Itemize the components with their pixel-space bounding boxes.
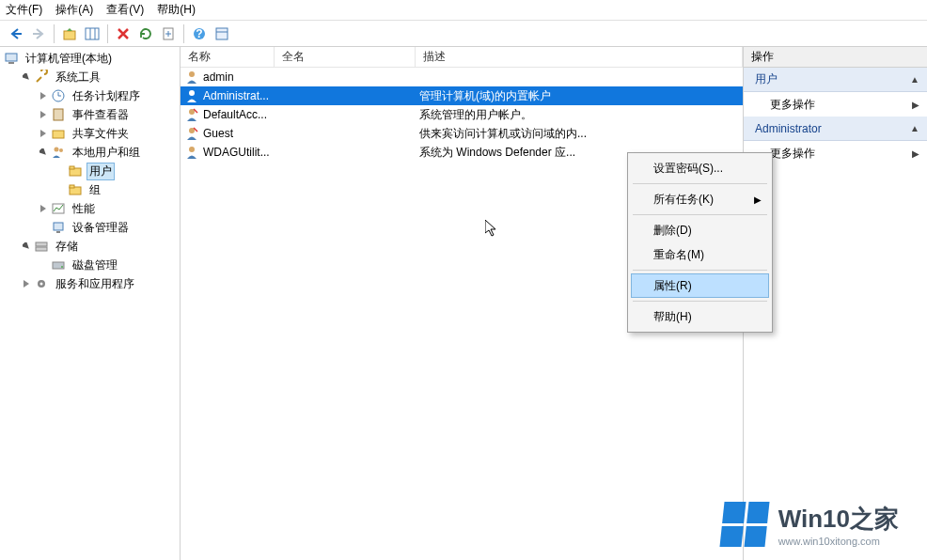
svg-point-14 (55, 148, 59, 152)
tree-sharedf[interactable]: 共享文件夹 (0, 124, 180, 143)
tools-icon (34, 70, 49, 85)
separator (633, 183, 767, 184)
user-row[interactable]: admin (181, 68, 743, 86)
svg-rect-24 (36, 247, 47, 251)
device-icon (51, 220, 66, 235)
ctx-properties[interactable]: 属性(R) (631, 273, 769, 298)
expand-icon[interactable] (21, 71, 32, 83)
tree-storage[interactable]: 存储 (0, 237, 180, 256)
separator (633, 214, 767, 215)
ctx-rename[interactable]: 重命名(M) (631, 242, 769, 267)
svg-rect-23 (36, 242, 47, 246)
tree-users[interactable]: 用户 (0, 162, 180, 180)
chevron-up-icon: ▲ (910, 123, 919, 133)
ctx-setpassword[interactable]: 设置密码(S)... (631, 156, 769, 180)
list-pane: 名称 全名 描述 admin Administrat... 管理计算机(域)的内… (181, 47, 744, 560)
menu-view[interactable]: 查看(V) (106, 2, 144, 18)
tree-eventvwr[interactable]: 事件查看器 (0, 105, 180, 124)
windows-logo-icon (719, 502, 769, 547)
watermark-url: www.win10xitong.com (778, 536, 899, 547)
svg-rect-17 (70, 166, 74, 169)
help-button[interactable]: ? (189, 23, 210, 44)
svg-point-33 (189, 147, 195, 152)
expand-icon[interactable] (38, 109, 49, 120)
svg-point-29 (189, 71, 195, 77)
ctx-help[interactable]: 帮助(H) (631, 304, 769, 329)
expand-icon[interactable] (21, 278, 32, 289)
tree-lusrgrp[interactable]: 本地用户和组 (0, 143, 180, 162)
refresh-button[interactable] (135, 23, 156, 44)
svg-rect-10 (8, 62, 14, 64)
toolbar: ? (0, 21, 927, 47)
action-group-users[interactable]: 用户▲ (744, 68, 927, 92)
svg-rect-7 (216, 28, 228, 39)
expand-icon[interactable] (38, 203, 49, 214)
tree-devmgr[interactable]: 设备管理器 (0, 218, 180, 237)
user-icon (184, 88, 199, 103)
user-row[interactable]: DefaultAcc... 系统管理的用户帐户。 (181, 105, 743, 124)
context-menu: 设置密码(S)... 所有任务(K)▶ 删除(D) 重命名(M) 属性(R) 帮… (627, 152, 773, 333)
action-more-1[interactable]: 更多操作▶ (744, 92, 927, 117)
svg-text:?: ? (196, 27, 202, 40)
tree-svcapp[interactable]: 服务和应用程序 (0, 274, 180, 293)
ctx-alltasks[interactable]: 所有任务(K)▶ (631, 187, 769, 211)
perf-icon (51, 201, 66, 216)
expand-icon[interactable] (38, 128, 49, 139)
tree-diskmgr[interactable]: 磁盘管理 (0, 256, 180, 274)
chevron-right-icon: ▶ (912, 100, 919, 110)
svg-point-15 (59, 148, 63, 152)
user-row-selected[interactable]: Administrat... 管理计算机(域)的内置帐户 (181, 86, 743, 105)
svg-rect-13 (53, 131, 64, 138)
tree-tasksched[interactable]: 任务计划程序 (0, 86, 180, 105)
disk-icon (51, 257, 66, 272)
expand-icon[interactable] (38, 90, 49, 101)
svg-rect-21 (54, 223, 63, 230)
main-area: 计算机管理(本地) 系统工具 任务计划程序 事件查看器 共享文件夹 本地用户和组… (0, 47, 927, 560)
chevron-right-icon: ▶ (912, 148, 919, 159)
delete-button[interactable] (113, 23, 134, 44)
ctx-delete[interactable]: 删除(D) (631, 218, 769, 242)
tree-groups[interactable]: 组 (0, 180, 180, 199)
clock-icon (51, 88, 66, 103)
svg-point-26 (61, 266, 63, 268)
svg-rect-0 (64, 31, 75, 39)
svg-rect-1 (86, 28, 99, 39)
menu-help[interactable]: 帮助(H) (157, 2, 196, 18)
menu-bar: 文件(F) 操作(A) 查看(V) 帮助(H) (0, 0, 927, 21)
separator (633, 301, 767, 302)
tree-systools[interactable]: 系统工具 (0, 68, 180, 86)
back-button[interactable] (6, 23, 26, 44)
tree-perf[interactable]: 性能 (0, 199, 180, 218)
tree-root[interactable]: 计算机管理(本地) (0, 49, 180, 68)
users-icon (51, 145, 66, 160)
show-hide-button[interactable] (82, 23, 102, 44)
tree-pane[interactable]: 计算机管理(本地) 系统工具 任务计划程序 事件查看器 共享文件夹 本地用户和组… (0, 47, 181, 560)
menu-action[interactable]: 操作(A) (55, 2, 93, 18)
forward-button[interactable] (28, 23, 49, 44)
prop-button[interactable] (212, 23, 232, 44)
up-button[interactable] (59, 23, 80, 44)
col-full[interactable]: 全名 (275, 47, 416, 67)
book-icon (51, 107, 66, 122)
svg-rect-22 (56, 231, 60, 233)
storage-icon (34, 239, 49, 254)
folder-icon (68, 182, 83, 197)
expand-icon[interactable] (38, 147, 49, 158)
col-name[interactable]: 名称 (181, 47, 275, 67)
user-row[interactable]: Guest 供来宾访问计算机或访问域的内... (181, 124, 743, 143)
menu-file[interactable]: 文件(F) (6, 2, 42, 18)
list-header: 名称 全名 描述 (181, 47, 743, 68)
gear-icon (34, 276, 49, 291)
svg-point-30 (189, 90, 195, 96)
watermark-title: Win10之家 (778, 503, 899, 536)
action-group-admin[interactable]: Administrator▲ (744, 117, 927, 141)
expand-icon[interactable] (21, 241, 32, 252)
folder-icon (68, 163, 83, 179)
watermark: Win10之家 www.win10xitong.com (722, 502, 899, 547)
export-button[interactable] (158, 23, 179, 44)
col-desc[interactable]: 描述 (416, 47, 743, 67)
svg-point-28 (40, 283, 43, 286)
chevron-up-icon: ▲ (910, 74, 919, 85)
user-icon (184, 145, 199, 160)
folder-share-icon (51, 126, 66, 141)
